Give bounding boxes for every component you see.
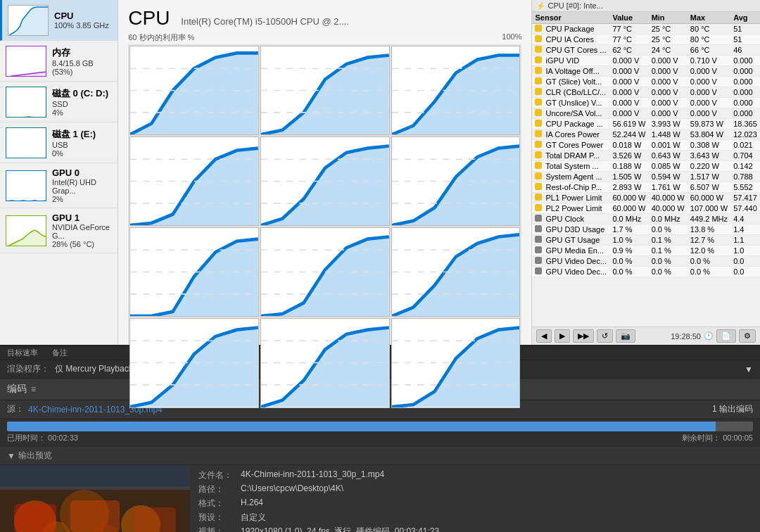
hwinfo-table-row[interactable]: GPU D3D Usage 1.7 % 0.0 % 13.8 % 1.4 (532, 224, 760, 235)
hwinfo-table-row[interactable]: IA Cores Power 52.244 W 1.448 W 53.804 W… (532, 129, 760, 140)
hwinfo-sensor-avg: 1.1 (730, 235, 760, 246)
hwinfo-sensor-avg: 0.704 (730, 151, 760, 161)
hwinfo-sensor-name: GPU D3D Usage (532, 224, 609, 235)
reset-button[interactable]: ↺ (597, 329, 613, 343)
nav-fwd-button[interactable]: ▶ (555, 329, 570, 343)
hwinfo-table-row[interactable]: Total DRAM P... 3.526 W 0.643 W 3.643 W … (532, 151, 760, 161)
filename-row: 文件名： 4K-Chimei-inn-2011-1013_30p_1.mp4 (198, 469, 752, 481)
report-button[interactable]: 📄 (716, 329, 736, 343)
sensor-icon (535, 35, 542, 42)
hwinfo-sensor-value: 1.505 W (609, 172, 648, 182)
disk0-info: 磁盘 0 (C: D:) SSD 4% (52, 87, 112, 117)
hwinfo-sensor-name: CPU Package (532, 24, 609, 34)
sensor-icon (535, 183, 542, 190)
hwinfo-sensor-min: 0.643 W (649, 151, 688, 161)
video-label: 视频： (198, 526, 241, 532)
hwinfo-sensor-avg: 51 (730, 24, 760, 34)
hwinfo-table-row[interactable]: CLR (CBo/LLC/... 0.000 V 0.000 V 0.000 V… (532, 87, 760, 98)
snapshot-button[interactable]: 📷 (616, 329, 635, 343)
video-value: 1920x1080 (1.0), 24 fps, 逐行, 硬件编码, 00:03… (241, 526, 439, 532)
hwinfo-table-row[interactable]: Total System ... 0.188 W 0.085 W 0.220 W… (532, 161, 760, 172)
hwinfo-sensor-max: 0.0 % (688, 256, 730, 267)
hwinfo-sensor-avg: 0.0 (730, 267, 760, 277)
disk0-pct: 4% (52, 108, 112, 117)
hwinfo-sensor-value: 60.000 W (609, 203, 648, 214)
hwinfo-sensor-name: PL1 Power Limit (532, 193, 609, 203)
hwinfo-table-row[interactable]: CPU Package 77 °C 25 °C 80 °C 51 (532, 24, 760, 34)
preview-toggle-label: 输出预览 (18, 450, 52, 462)
hwinfo-table-row[interactable]: PL1 Power Limit 60.000 W 40.000 W 60.000… (532, 193, 760, 203)
sensor-icon (535, 194, 542, 201)
hwinfo-table-row[interactable]: CPU Package ... 56.619 W 3.993 W 59.873 … (532, 119, 760, 129)
hwinfo-table-row[interactable]: GT (Unslice) V... 0.000 V 0.000 V 0.000 … (532, 98, 760, 108)
disk0-type: SSD (52, 100, 112, 108)
nav-back-button[interactable]: ◀ (536, 329, 552, 343)
hwinfo-sensor-avg: 46 (730, 45, 760, 56)
render-dropdown[interactable]: ▼ (745, 365, 753, 374)
hwinfo-table-row[interactable]: Uncore/SA Vol... 0.000 V 0.000 V 0.000 V… (532, 108, 760, 119)
col-min: Min (649, 12, 688, 24)
hwinfo-settings-button[interactable]: ⚙ (739, 329, 756, 343)
svg-rect-66 (70, 500, 120, 532)
hwinfo-table-row[interactable]: GT Cores Power 0.018 W 0.001 W 0.308 W 0… (532, 140, 760, 151)
disk0-mini-graph (6, 87, 46, 118)
hwinfo-sensor-max: 6.507 W (688, 182, 730, 193)
hwinfo-sensor-min: 0.0 % (649, 224, 688, 235)
hwinfo-table-row[interactable]: IA Voltage Off... 0.000 V 0.000 V 0.000 … (532, 66, 760, 77)
hwinfo-table-row[interactable]: CPU GT Cores ... 62 °C 24 °C 66 °C 46 (532, 45, 760, 56)
hwinfo-sensor-max: 1.517 W (688, 172, 730, 182)
preview-toggle[interactable]: ▼ 输出预览 (0, 447, 760, 465)
cpu-graph-area: 60 秒内的利用率 % 100% (128, 32, 521, 410)
hwinfo-sensor-avg: 57.440 (730, 203, 760, 214)
remaining-value: 00:00:05 (723, 433, 753, 442)
hwinfo-sensor-value: 62 °C (609, 45, 648, 56)
hwinfo-sensor-value: 0.0 % (609, 267, 648, 277)
hwinfo-table-row[interactable]: Rest-of-Chip P... 2.893 W 1.761 W 6.507 … (532, 182, 760, 193)
hwinfo-table-row[interactable]: GPU Media En... 0.9 % 0.1 % 12.0 % 1.0 (532, 246, 760, 256)
hwinfo-table-row[interactable]: PL2 Power Limit 60.000 W 40.000 W 107.00… (532, 203, 760, 214)
sidebar-item-disk0[interactable]: 磁盘 0 (C: D:) SSD 4% (0, 82, 118, 122)
hwinfo-table-row[interactable]: GPU GT Usage 1.0 % 0.1 % 12.7 % 1.1 (532, 235, 760, 246)
hwinfo-sensor-min: 0.000 V (649, 87, 688, 98)
hwinfo-table-row[interactable]: CPU IA Cores 77 °C 25 °C 80 °C 51 (532, 34, 760, 45)
hwinfo-table-row[interactable]: GT (Slice) Volt... 0.000 V 0.000 V 0.000… (532, 77, 760, 87)
hwinfo-sensor-name: PL2 Power Limit (532, 203, 609, 214)
encode-menu-icon[interactable]: ≡ (31, 384, 36, 394)
svg-marker-45 (130, 328, 258, 407)
hwinfo-sensor-avg: 1.0 (730, 246, 760, 256)
hwinfo-sensor-max: 0.308 W (688, 140, 730, 151)
hwinfo-table-row[interactable]: GPU Clock 0.0 MHz 0.0 MHz 449.2 MHz 4.4 (532, 214, 760, 224)
sidebar-item-disk1[interactable]: 磁盘 1 (E:) USB 0% (0, 122, 118, 163)
hwinfo-sensor-value: 0.0 % (609, 256, 648, 267)
hwinfo-sensor-value: 0.9 % (609, 246, 648, 256)
disk1-info: 磁盘 1 (E:) USB 0% (52, 128, 112, 158)
cpu-graph-label-left: 60 秒内的利用率 % (128, 32, 194, 43)
sidebar-item-memory[interactable]: 内存 8.4/15.8 GB (53%) (0, 41, 118, 82)
hwinfo-table-row[interactable]: GPU Video Dec... 0.0 % 0.0 % 0.0 % 0.0 (532, 256, 760, 267)
svg-rect-67 (134, 507, 176, 532)
hwinfo-sensor-value: 0.000 V (609, 98, 648, 108)
sidebar-item-gpu1[interactable]: GPU 1 NVIDIA GeForce G... 28% (56 °C) (0, 208, 118, 253)
svg-marker-41 (392, 235, 520, 317)
output-count: 1 输出编码 (712, 403, 753, 415)
hwinfo-table-row[interactable]: iGPU VID 0.000 V 0.000 V 0.710 V 0.000 (532, 56, 760, 66)
gpu1-info: GPU 1 NVIDIA GeForce G... 28% (56 °C) (52, 213, 112, 248)
hwinfo-sensor-max: 0.000 V (688, 98, 730, 108)
col-sensor: Sensor (532, 12, 609, 24)
hwinfo-table-row[interactable]: GPU Video Dec... 0.0 % 0.0 % 0.0 % 0.0 (532, 267, 760, 277)
disk1-pct: 0% (52, 149, 112, 158)
format-row: 格式： H.264 (198, 498, 752, 509)
hwinfo-table-row[interactable]: System Agent ... 1.505 W 0.594 W 1.517 W… (532, 172, 760, 182)
dropdown-arrow-icon: ▼ (745, 365, 753, 374)
sidebar-item-cpu[interactable]: CPU 100% 3.85 GHz (0, 0, 118, 41)
remaining-display: 剩余时间： 00:00:05 (682, 433, 753, 443)
sidebar-item-gpu0[interactable]: GPU 0 Intel(R) UHD Grap... 2% (0, 163, 118, 208)
preset-value: 自定义 (241, 512, 266, 524)
hwinfo-sensor-value: 0.000 V (609, 108, 648, 119)
hwinfo-sensor-avg: 0.000 (730, 56, 760, 66)
hwinfo-sensor-max: 449.2 MHz (688, 214, 730, 224)
svg-marker-29 (392, 146, 520, 226)
sensor-icon (535, 225, 542, 232)
hwinfo-sensor-name: GT (Slice) Volt... (532, 77, 609, 87)
nav-skip-button[interactable]: ▶▶ (573, 329, 594, 343)
